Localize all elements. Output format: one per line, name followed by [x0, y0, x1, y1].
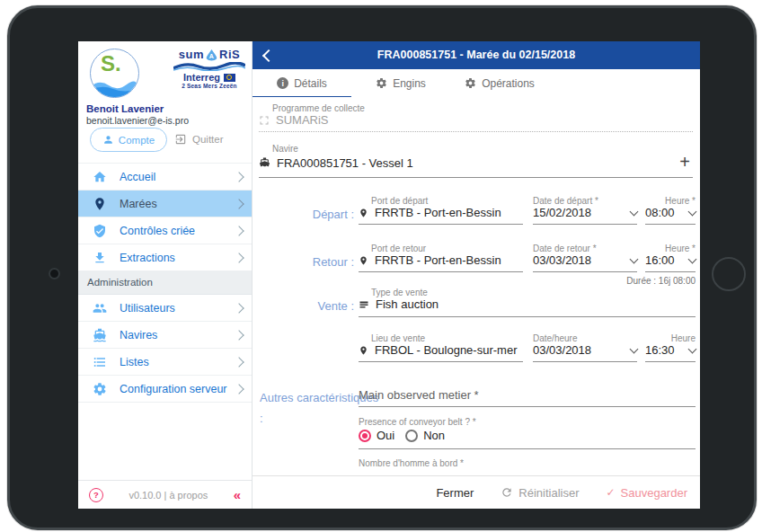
save-button-label: Sauvegarder [621, 486, 687, 500]
return-time-field[interactable]: 16:00 [645, 253, 696, 267]
quit-button[interactable]: Quitter [174, 128, 224, 150]
frame-corners-icon [259, 115, 270, 126]
chevron-right-icon [234, 303, 244, 313]
vessel-field[interactable]: FRA000851751 - Vessel 1 [259, 156, 413, 170]
sidebar-item-label: Contrôles criée [120, 225, 195, 237]
program-label: Programme de collecte [272, 103, 365, 113]
eis-logo-letter: S. [101, 51, 121, 76]
vessel-value: FRA000851751 - Vessel 1 [277, 156, 413, 170]
sale-time-label: Heure [671, 333, 696, 343]
tablet-frame: S. sum A RiS [7, 5, 757, 530]
pin-icon [359, 255, 368, 266]
gear-icon [93, 382, 107, 396]
save-button[interactable]: ✓ Sauvegarder [606, 486, 687, 500]
sale-place-label: Lieu de vente [371, 333, 425, 343]
sidebar-item-label: Accueil [120, 171, 155, 183]
user-name: Benoit Lavenier [86, 103, 164, 114]
departure-port-label: Port de départ [371, 196, 428, 206]
gear-icon [376, 77, 387, 89]
sale-place-underline [359, 361, 523, 362]
collapse-sidebar-icon[interactable]: « [234, 487, 241, 502]
sale-time-field[interactable]: 16:30 [645, 343, 696, 357]
sale-date-underline [533, 361, 637, 362]
departure-port-value: FRRTB - Port-en-Bessin [375, 206, 501, 219]
tab-bar: i Détails Engins Opérations [253, 69, 700, 98]
quit-button-label: Quitter [192, 134, 224, 145]
radio-oui[interactable] [359, 430, 371, 442]
other-section-label: Autres caractéristiques [260, 391, 354, 404]
help-icon[interactable]: ? [89, 488, 103, 502]
return-port-field[interactable]: FRRTB - Port-en-Bessin [359, 253, 501, 267]
sidebar-item-listes[interactable]: Listes [78, 349, 252, 376]
program-field: SUMARiS [259, 113, 329, 127]
program-underline [259, 131, 693, 132]
chevron-down-icon [630, 207, 639, 216]
departure-port-field[interactable]: FRRTB - Port-en-Bessin [359, 206, 501, 219]
vessel-underline [259, 177, 693, 178]
download-icon [93, 251, 107, 265]
departure-date-value: 15/02/2018 [533, 206, 591, 219]
sumaris-brand: sum A RiS Interreg 2 Seas Mers Zeeën [172, 48, 247, 89]
sale-date-value: 03/03/2018 [533, 343, 591, 357]
tab-details[interactable]: i Détails [253, 69, 351, 97]
brand-text-prefix: sum [179, 48, 204, 61]
sale-date-field[interactable]: 03/03/2018 [533, 343, 637, 357]
sidebar-item-accueil[interactable]: Accueil [78, 164, 252, 191]
account-button-label: Compte [119, 135, 155, 146]
sidebar-item-marees[interactable]: Marées [78, 191, 252, 217]
sidebar-item-label: Marées [120, 198, 157, 210]
departure-date-field[interactable]: 15/02/2018 [533, 206, 637, 219]
sale-date-label: Date/heure [533, 333, 577, 343]
sidebar-item-controles-criee[interactable]: Contrôles criée [78, 217, 252, 244]
radio-non-label[interactable]: Non [423, 429, 445, 442]
people-icon [93, 301, 107, 315]
departure-time-field[interactable]: 08:00 [645, 206, 696, 219]
app-version[interactable]: v0.10.0 | à propos [103, 490, 234, 501]
add-vessel-button[interactable]: + [677, 153, 693, 171]
sidebar-item-label: Listes [120, 356, 149, 368]
chevron-right-icon [234, 330, 244, 340]
sidebar-item-label: Navires [120, 329, 157, 341]
eis-logo: S. [90, 49, 139, 98]
brand-text-suffix: RiS [219, 48, 240, 61]
exit-icon [174, 133, 187, 146]
return-port-underline [359, 271, 523, 272]
interreg-label: Interreg [183, 72, 220, 83]
pin-icon [359, 345, 368, 356]
tab-label: Détails [294, 77, 327, 90]
departure-date-underline [533, 224, 637, 225]
sale-type-field[interactable]: Fish auction [359, 297, 439, 311]
return-port-label: Port de retour [371, 244, 426, 253]
sidebar-item-navires[interactable]: Navires [78, 322, 252, 349]
sidebar-section-administration: Administration [78, 271, 252, 295]
reset-button[interactable]: Réinitialiser [501, 486, 579, 500]
home-button[interactable] [712, 257, 746, 291]
brand-wave-graphic [173, 62, 245, 71]
radio-oui-label[interactable]: Oui [377, 429, 394, 442]
return-date-field[interactable]: 03/03/2018 [533, 253, 637, 267]
account-button[interactable]: Compte [90, 128, 167, 152]
vessel-label: Navire [272, 144, 298, 154]
departure-date-label: Date de départ * [533, 196, 598, 206]
chevron-right-icon [234, 357, 244, 367]
sidebar-footer: ? v0.10.0 | à propos « [78, 480, 252, 509]
chevron-right-icon [234, 199, 244, 208]
tab-engins[interactable]: Engins [351, 69, 450, 97]
chevron-down-icon [630, 254, 639, 263]
metier-field[interactable]: Main observed metier * [359, 388, 479, 402]
close-button[interactable]: Fermer [436, 486, 474, 500]
sidebar-item-configuration-serveur[interactable]: Configuration serveur [78, 376, 252, 403]
tab-operations[interactable]: Opérations [450, 69, 549, 97]
sale-type-underline [359, 316, 696, 317]
sale-place-field[interactable]: FRBOL - Boulogne-sur-mer [359, 343, 517, 357]
conveyor-radio-group: Oui Non [359, 429, 445, 442]
sidebar: S. sum A RiS [78, 41, 253, 509]
info-icon: i [277, 77, 288, 89]
sidebar-item-utilisateurs[interactable]: Utilisateurs [78, 295, 252, 322]
form-actions: Fermer Réinitialiser ✓ Sauvegarder [253, 475, 700, 509]
departure-port-underline [359, 224, 523, 225]
radio-non[interactable] [405, 430, 418, 442]
sidebar-item-extractions[interactable]: Extractions [78, 244, 252, 271]
chevron-down-icon [630, 344, 639, 353]
chevron-right-icon [234, 253, 244, 262]
